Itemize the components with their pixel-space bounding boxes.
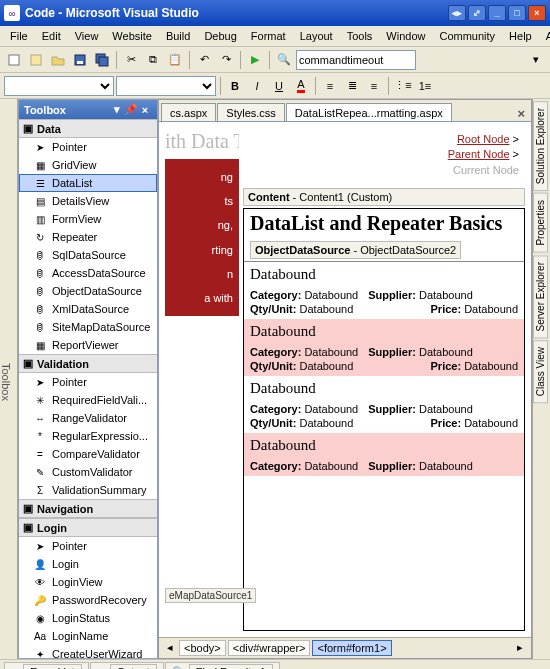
toolbox-item-gridview[interactable]: ▦GridView	[19, 156, 157, 174]
toolbox-item-formview[interactable]: ▥FormView	[19, 210, 157, 228]
underline-button[interactable]: U	[269, 76, 289, 96]
toolbox-item-regex[interactable]: *RegularExpressio...	[19, 427, 157, 445]
toolbox-item-loginname[interactable]: AaLoginName	[19, 627, 157, 645]
toolbox-group-validation[interactable]: ▣Validation	[19, 354, 157, 373]
tab-server-explorer[interactable]: Server Explorer	[533, 255, 548, 338]
toolbox-item-passwordrecovery[interactable]: 🔑PasswordRecovery	[19, 591, 157, 609]
toolbox-item-repeater[interactable]: ↻Repeater	[19, 228, 157, 246]
align-right-button[interactable]: ≡	[364, 76, 384, 96]
menu-help[interactable]: Help	[503, 28, 538, 44]
numbering-button[interactable]: 1≡	[415, 76, 435, 96]
save-button[interactable]	[70, 50, 90, 70]
toolbox-dropdown-button[interactable]: ▾	[110, 103, 124, 116]
tab-properties[interactable]: Properties	[533, 193, 548, 253]
menu-view[interactable]: View	[69, 28, 105, 44]
open-button[interactable]	[48, 50, 68, 70]
menu-tools[interactable]: Tools	[341, 28, 379, 44]
tab-error-list[interactable]: ⊘ Error List	[4, 662, 89, 669]
add-item-button[interactable]	[26, 50, 46, 70]
breadcrumb-parent[interactable]: Parent Node	[448, 148, 510, 160]
toolbox-item-custom[interactable]: ✎CustomValidator	[19, 463, 157, 481]
menu-layout[interactable]: Layout	[294, 28, 339, 44]
toolbox-group-login[interactable]: ▣Login	[19, 518, 157, 537]
bold-button[interactable]: B	[225, 76, 245, 96]
align-left-button[interactable]: ≡	[320, 76, 340, 96]
copy-button[interactable]: ⧉	[143, 50, 163, 70]
start-button[interactable]: ▶	[245, 50, 265, 70]
menu-file[interactable]: File	[4, 28, 34, 44]
paste-button[interactable]: 📋	[165, 50, 185, 70]
save-all-button[interactable]	[92, 50, 112, 70]
menu-format[interactable]: Format	[245, 28, 292, 44]
toolbox-item-summary[interactable]: ΣValidationSummary	[19, 481, 157, 499]
toolbox-autohide-tab[interactable]: Toolbox	[0, 99, 18, 659]
menu-bar: File Edit View Website Build Debug Forma…	[0, 26, 550, 47]
window-expand-button[interactable]: ⤢	[468, 5, 486, 21]
target-combo[interactable]	[4, 76, 114, 96]
toolbox-item-objectdatasource[interactable]: 🛢ObjectDataSource	[19, 282, 157, 300]
tag-body[interactable]: <body>	[179, 640, 226, 656]
toolbox-item-requiredfield[interactable]: ✳RequiredFieldVali...	[19, 391, 157, 409]
toolbox-item-compare[interactable]: =CompareValidator	[19, 445, 157, 463]
toolbox-item-loginview[interactable]: 👁LoginView	[19, 573, 157, 591]
toolbox-item-xmldatasource[interactable]: 🛢XmlDataSource	[19, 300, 157, 318]
toolbox-item-reportviewer[interactable]: ▦ReportViewer	[19, 336, 157, 354]
tag-wrapper[interactable]: <div#wrapper>	[228, 640, 311, 656]
minimize-button[interactable]: _	[488, 5, 506, 21]
cut-button[interactable]: ✂	[121, 50, 141, 70]
tab-find-results[interactable]: 🔍 Find Results 1	[165, 662, 280, 669]
toolbox-item-sqldatasource[interactable]: 🛢SqlDataSource	[19, 246, 157, 264]
file-tab-1[interactable]: Styles.css	[217, 103, 285, 121]
toolbox-item-rangevalidator[interactable]: ↔RangeValidator	[19, 409, 157, 427]
toolbox-item-sitemapdatasource[interactable]: 🛢SiteMapDataSource	[19, 318, 157, 336]
menu-addins[interactable]: Addins	[540, 28, 550, 44]
objectdatasource-smart-tag[interactable]: ObjectDataSource - ObjectDataSource2	[250, 241, 461, 259]
breadcrumb-root[interactable]: Root Node	[457, 133, 510, 145]
forecolor-button[interactable]: A	[291, 76, 311, 96]
new-project-button[interactable]	[4, 50, 24, 70]
italic-button[interactable]: I	[247, 76, 267, 96]
toolbox-item-pointer-3[interactable]: ➤Pointer	[19, 537, 157, 555]
menu-community[interactable]: Community	[433, 28, 501, 44]
toolbox-close-button[interactable]: ×	[138, 104, 152, 116]
close-button[interactable]: ×	[528, 5, 546, 21]
find-combo[interactable]	[296, 50, 416, 70]
menu-website[interactable]: Website	[106, 28, 158, 44]
window-collapse-button[interactable]: ◂▸	[448, 5, 466, 21]
toolbox-group-navigation[interactable]: ▣Navigation	[19, 499, 157, 518]
toolbar-overflow-button[interactable]: ▾	[526, 50, 546, 70]
menu-build[interactable]: Build	[160, 28, 196, 44]
tag-form[interactable]: <form#form1>	[312, 640, 391, 656]
undo-button[interactable]: ↶	[194, 50, 214, 70]
datalist-control[interactable]: Databound Category: DataboundSupplier: D…	[244, 261, 524, 476]
toolbox-item-pointer-2[interactable]: ➤Pointer	[19, 373, 157, 391]
toolbox-item-loginstatus[interactable]: ◉LoginStatus	[19, 609, 157, 627]
menu-edit[interactable]: Edit	[36, 28, 67, 44]
bullets-button[interactable]: ⋮≡	[393, 76, 413, 96]
toolbox-item-createuserwizard[interactable]: ✦CreateUserWizard	[19, 645, 157, 658]
sitemapdatasource-label[interactable]: eMapDataSource1	[165, 588, 256, 603]
maximize-button[interactable]: □	[508, 5, 526, 21]
tab-class-view[interactable]: Class View	[533, 340, 548, 403]
find-in-files-button[interactable]: 🔍	[274, 50, 294, 70]
toolbox-pin-button[interactable]: 📌	[124, 103, 138, 116]
toolbox-item-login[interactable]: 👤Login	[19, 555, 157, 573]
tab-output[interactable]: ▤ Output	[90, 662, 164, 669]
toolbox-group-data[interactable]: ▣Data	[19, 119, 157, 138]
toolbox-item-accessdatasource[interactable]: 🛢AccessDataSource	[19, 264, 157, 282]
font-combo[interactable]	[116, 76, 216, 96]
file-tab-2[interactable]: DataListRepea...rmatting.aspx	[286, 103, 452, 121]
close-document-button[interactable]: ×	[511, 106, 531, 121]
file-tab-0[interactable]: cs.aspx	[161, 103, 216, 121]
menu-debug[interactable]: Debug	[198, 28, 242, 44]
redo-button[interactable]: ↷	[216, 50, 236, 70]
toolbox-item-pointer[interactable]: ➤Pointer	[19, 138, 157, 156]
content-region[interactable]: DataList and Repeater Basics ObjectDataS…	[243, 208, 525, 631]
menu-window[interactable]: Window	[380, 28, 431, 44]
tab-solution-explorer[interactable]: Solution Explorer	[533, 101, 548, 191]
content-smart-tag[interactable]: Content - Content1 (Custom)	[243, 188, 525, 206]
align-center-button[interactable]: ≣	[342, 76, 362, 96]
design-surface[interactable]: ith Data Tutorials ngts ng, rting n a wi…	[159, 122, 531, 637]
toolbox-item-datalist[interactable]: ☰DataList	[19, 174, 157, 192]
toolbox-item-detailsview[interactable]: ▤DetailsView	[19, 192, 157, 210]
